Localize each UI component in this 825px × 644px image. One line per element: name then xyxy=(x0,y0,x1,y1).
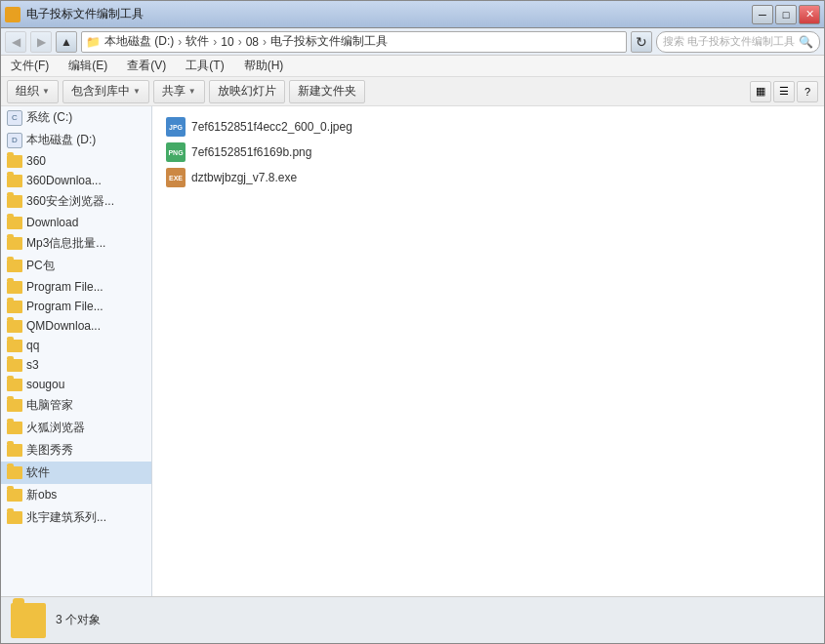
share-arrow: ▼ xyxy=(188,87,196,96)
drive-c-icon: C xyxy=(7,110,22,126)
menu-file[interactable]: 文件(F) xyxy=(7,57,53,75)
window-icon xyxy=(5,7,21,22)
menu-tools[interactable]: 工具(T) xyxy=(182,57,227,75)
maximize-button[interactable]: □ xyxy=(775,5,797,24)
sidebar-item-download[interactable]: Download xyxy=(1,213,151,232)
path-folder2: 10 xyxy=(221,35,233,49)
window-controls: ─ □ ✕ xyxy=(752,5,820,24)
sidebar-label-pc: PC包 xyxy=(26,258,55,274)
sidebar-item-programfiles1[interactable]: Program File... xyxy=(1,277,151,297)
sidebar-item-qmdownload[interactable]: QMDownloa... xyxy=(1,316,151,336)
menu-bar: 文件(F) 编辑(E) 查看(V) 工具(T) 帮助(H) xyxy=(1,56,824,77)
sidebar-item-pc[interactable]: PC包 xyxy=(1,255,151,277)
folder-zhaoyujianzhu-icon xyxy=(7,511,22,524)
back-button[interactable]: ◀ xyxy=(5,31,26,53)
menu-edit[interactable]: 编辑(E) xyxy=(64,57,111,75)
view-controls: ▦ ☰ ? xyxy=(750,81,818,102)
folder-meituxiu-icon xyxy=(7,444,22,457)
sidebar-item-system-c[interactable]: C 系统 (C:) xyxy=(1,106,151,129)
folder-pf1-icon xyxy=(7,281,22,294)
path-icon: 📁 xyxy=(86,35,101,49)
folder-360download-icon xyxy=(7,175,22,187)
path-drive: 本地磁盘 (D:) xyxy=(104,33,174,50)
grid-view-button[interactable]: ▦ xyxy=(750,81,771,102)
folder-360browser-icon xyxy=(7,195,22,208)
sidebar-label-360browser: 360安全浏览器... xyxy=(26,193,114,210)
content-area: C 系统 (C:) D 本地磁盘 (D:) 360 360Downloa... … xyxy=(1,106,824,596)
sidebar-label-qm: QMDownloa... xyxy=(26,319,101,333)
sidebar-label-diannao: 电脑管家 xyxy=(26,397,73,414)
folder-diannao-icon xyxy=(7,399,22,412)
folder-qm-icon xyxy=(7,320,22,333)
sidebar-label-360: 360 xyxy=(26,154,46,168)
search-box[interactable]: 搜索 电子投标文件编制工具 🔍 xyxy=(656,31,820,53)
new-folder-button[interactable]: 新建文件夹 xyxy=(289,80,365,103)
file-item-exe[interactable]: EXE dztbwjbzgj_v7.8.exe xyxy=(160,165,816,190)
folder-download-icon xyxy=(7,217,22,229)
sidebar-item-qq[interactable]: qq xyxy=(1,336,151,355)
sidebar-item-ruanjian[interactable]: 软件 xyxy=(1,462,151,484)
sidebar-label-system-c: 系统 (C:) xyxy=(26,109,72,126)
menu-view[interactable]: 查看(V) xyxy=(123,57,170,75)
title-bar: 电子投标文件编制工具 ─ □ ✕ xyxy=(1,1,824,28)
explorer-window: 电子投标文件编制工具 ─ □ ✕ ◀ ▶ ▲ 📁 本地磁盘 (D:) › 软件 … xyxy=(0,0,825,644)
menu-help[interactable]: 帮助(H) xyxy=(240,57,288,75)
sidebar-item-mp3[interactable]: Mp3信息批量... xyxy=(1,232,151,255)
file-name-jpeg: 7ef6152851f4ecc2_600_0.jpeg xyxy=(191,120,352,134)
sidebar-label-pf1: Program File... xyxy=(26,280,103,294)
file-png-icon: PNG xyxy=(166,142,186,162)
address-path[interactable]: 📁 本地磁盘 (D:) › 软件 › 10 › 08 › 电子投标文件编制工具 xyxy=(81,31,627,53)
sidebar-label-sougou: sougou xyxy=(26,378,64,391)
folder-pf2-icon xyxy=(7,301,22,313)
file-exe-icon: EXE xyxy=(166,168,186,187)
sidebar-item-s3[interactable]: s3 xyxy=(1,355,151,375)
sidebar-label-qq: qq xyxy=(26,339,39,352)
path-folder3: 08 xyxy=(246,35,259,49)
sidebar-label-newobs: 新obs xyxy=(26,487,57,503)
sidebar-item-meituxiu[interactable]: 美图秀秀 xyxy=(1,439,151,462)
sidebar-label-zhaoyujianzhu: 兆宇建筑系列... xyxy=(26,509,106,526)
refresh-button[interactable]: ↻ xyxy=(631,31,652,53)
sidebar-item-huolang[interactable]: 火狐浏览器 xyxy=(1,417,151,439)
sidebar-item-diannao[interactable]: 电脑管家 xyxy=(1,394,151,417)
file-name-exe: dztbwjbzgj_v7.8.exe xyxy=(191,171,297,184)
sidebar-item-zhaoyujianzhu[interactable]: 兆宇建筑系列... xyxy=(1,506,151,529)
forward-button[interactable]: ▶ xyxy=(30,31,52,53)
search-icon[interactable]: 🔍 xyxy=(799,35,813,49)
organize-button[interactable]: 组织 ▼ xyxy=(7,80,59,103)
help-view-button[interactable]: ? xyxy=(797,81,818,102)
sidebar-label-pf2: Program File... xyxy=(26,300,103,313)
share-button[interactable]: 共享 ▼ xyxy=(153,80,205,103)
organize-arrow: ▼ xyxy=(42,87,50,96)
list-view-button[interactable]: ☰ xyxy=(773,81,795,102)
include-arrow: ▼ xyxy=(133,87,141,96)
file-item-jpeg[interactable]: JPG 7ef6152851f4ecc2_600_0.jpeg xyxy=(160,114,816,140)
sidebar-item-sougou[interactable]: sougou xyxy=(1,375,151,394)
drive-d-icon: D xyxy=(7,133,22,148)
sidebar-item-360browser[interactable]: 360安全浏览器... xyxy=(1,190,151,213)
folder-360-icon xyxy=(7,155,22,168)
sidebar-label-ruanjian: 软件 xyxy=(26,464,50,481)
new-folder-label: 新建文件夹 xyxy=(298,83,356,100)
up-button[interactable]: ▲ xyxy=(56,31,77,53)
sidebar-item-360[interactable]: 360 xyxy=(1,151,151,171)
folder-ruanjian-icon xyxy=(7,466,22,479)
folder-pc-icon xyxy=(7,260,22,272)
include-library-button[interactable]: 包含到库中 ▼ xyxy=(62,80,149,103)
window-title: 电子投标文件编制工具 xyxy=(26,6,752,22)
sidebar-label-mp3: Mp3信息批量... xyxy=(26,235,105,252)
file-list: JPG 7ef6152851f4ecc2_600_0.jpeg PNG 7ef6… xyxy=(152,106,824,596)
close-button[interactable]: ✕ xyxy=(799,5,820,24)
path-folder4: 电子投标文件编制工具 xyxy=(270,33,388,50)
status-count: 3 个对象 xyxy=(56,612,101,628)
sidebar-item-programfiles2[interactable]: Program File... xyxy=(1,297,151,316)
sidebar-item-local-d[interactable]: D 本地磁盘 (D:) xyxy=(1,129,151,151)
sidebar-item-newobs[interactable]: 新obs xyxy=(1,484,151,506)
sidebar-item-360download[interactable]: 360Downloa... xyxy=(1,171,151,190)
minimize-button[interactable]: ─ xyxy=(752,5,773,24)
folder-huolang-icon xyxy=(7,422,22,434)
share-label: 共享 xyxy=(162,83,186,100)
slideshow-button[interactable]: 放映幻灯片 xyxy=(209,80,285,103)
file-item-png[interactable]: PNG 7ef6152851f6169b.png xyxy=(160,140,816,165)
slideshow-label: 放映幻灯片 xyxy=(218,83,276,100)
